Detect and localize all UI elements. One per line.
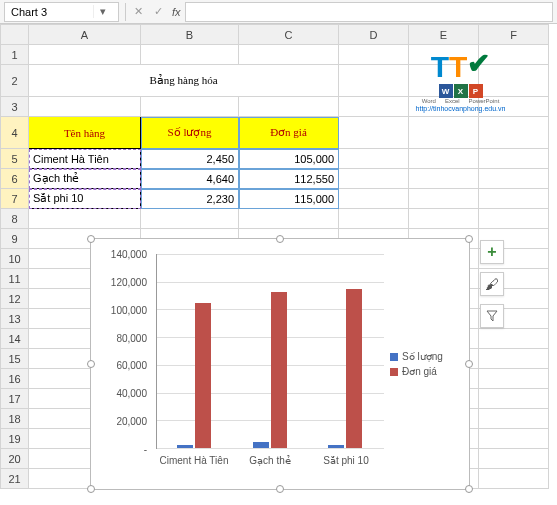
col-header[interactable]: F bbox=[479, 25, 549, 45]
name-box[interactable]: ▾ bbox=[4, 2, 119, 22]
select-all-corner[interactable] bbox=[1, 25, 29, 45]
funnel-icon bbox=[486, 310, 498, 322]
legend-label: Số lượng bbox=[402, 351, 443, 362]
name-box-dropdown-icon[interactable]: ▾ bbox=[93, 5, 111, 18]
row-header[interactable]: 8 bbox=[1, 209, 29, 229]
cell-name[interactable]: Ciment Hà Tiên bbox=[29, 149, 141, 169]
row-header[interactable]: 4 bbox=[1, 117, 29, 149]
row-header[interactable]: 7 bbox=[1, 189, 29, 209]
row-header[interactable]: 9 bbox=[1, 229, 29, 249]
bar[interactable] bbox=[253, 442, 269, 448]
cell-name[interactable]: Gạch thẻ bbox=[29, 169, 141, 189]
row-header[interactable]: 20 bbox=[1, 449, 29, 469]
x-tick-label: Sắt phi 10 bbox=[308, 451, 384, 479]
resize-handle[interactable] bbox=[87, 360, 95, 368]
embedded-chart[interactable]: -20,00040,00060,00080,000100,000120,0001… bbox=[90, 238, 470, 490]
row-header[interactable]: 15 bbox=[1, 349, 29, 369]
plot bbox=[156, 254, 384, 449]
row-header[interactable]: 12 bbox=[1, 289, 29, 309]
resize-handle[interactable] bbox=[465, 235, 473, 243]
legend-swatch bbox=[390, 353, 398, 361]
cell-price[interactable]: 105,000 bbox=[239, 149, 339, 169]
row-header[interactable]: 14 bbox=[1, 329, 29, 349]
formula-bar: ▾ ✕ ✓ fx bbox=[0, 0, 557, 24]
row-header[interactable]: 13 bbox=[1, 309, 29, 329]
bar[interactable] bbox=[195, 303, 211, 449]
plot-area[interactable]: -20,00040,00060,00080,000100,000120,0001… bbox=[101, 249, 384, 479]
row-header[interactable]: 17 bbox=[1, 389, 29, 409]
table-header[interactable]: Tên hàng bbox=[29, 117, 141, 149]
chart-filters-button[interactable] bbox=[480, 304, 504, 328]
legend-swatch bbox=[390, 368, 398, 376]
name-box-input[interactable] bbox=[5, 6, 93, 18]
chart-elements-button[interactable]: + bbox=[480, 240, 504, 264]
legend-item: Số lượng bbox=[390, 351, 459, 362]
resize-handle[interactable] bbox=[87, 485, 95, 493]
col-header[interactable]: A bbox=[29, 25, 141, 45]
legend-item: Đơn giá bbox=[390, 366, 459, 377]
cell-qty[interactable]: 4,640 bbox=[141, 169, 239, 189]
chart-styles-button[interactable]: 🖌 bbox=[480, 272, 504, 296]
enter-icon: ✓ bbox=[148, 5, 168, 18]
bar[interactable] bbox=[271, 292, 287, 448]
row-header[interactable]: 5 bbox=[1, 149, 29, 169]
resize-handle[interactable] bbox=[276, 485, 284, 493]
bar[interactable] bbox=[328, 445, 344, 448]
row-header[interactable]: 3 bbox=[1, 97, 29, 117]
col-header[interactable]: D bbox=[339, 25, 409, 45]
chart-tools: + 🖌 bbox=[480, 240, 504, 328]
row-header[interactable]: 18 bbox=[1, 409, 29, 429]
col-header[interactable]: E bbox=[409, 25, 479, 45]
bar[interactable] bbox=[346, 289, 362, 448]
bar[interactable] bbox=[177, 445, 193, 448]
cell-price[interactable]: 115,000 bbox=[239, 189, 339, 209]
x-axis-labels: Ciment Hà TiênGạch thẻSắt phi 10 bbox=[156, 451, 384, 479]
resize-handle[interactable] bbox=[465, 360, 473, 368]
formula-input[interactable] bbox=[185, 2, 553, 22]
cell-qty[interactable]: 2,230 bbox=[141, 189, 239, 209]
cancel-icon: ✕ bbox=[128, 5, 148, 18]
row-header[interactable]: 21 bbox=[1, 469, 29, 489]
chart-legend[interactable]: Số lượng Đơn giá bbox=[384, 249, 459, 479]
x-tick-label: Gạch thẻ bbox=[232, 451, 308, 479]
cell-price[interactable]: 112,550 bbox=[239, 169, 339, 189]
x-tick-label: Ciment Hà Tiên bbox=[156, 451, 232, 479]
resize-handle[interactable] bbox=[465, 485, 473, 493]
row-header[interactable]: 6 bbox=[1, 169, 29, 189]
row-header[interactable]: 19 bbox=[1, 429, 29, 449]
resize-handle[interactable] bbox=[87, 235, 95, 243]
col-header[interactable]: C bbox=[239, 25, 339, 45]
y-axis: -20,00040,00060,00080,000100,000120,0001… bbox=[101, 249, 151, 449]
table-header[interactable]: Số lượng bbox=[141, 117, 239, 149]
col-header[interactable]: B bbox=[141, 25, 239, 45]
row-header[interactable]: 2 bbox=[1, 65, 29, 97]
sheet-title[interactable]: Bảng hàng hóa bbox=[29, 65, 339, 97]
row-header[interactable]: 11 bbox=[1, 269, 29, 289]
row-header[interactable]: 16 bbox=[1, 369, 29, 389]
table-header[interactable]: Đơn giá bbox=[239, 117, 339, 149]
resize-handle[interactable] bbox=[276, 235, 284, 243]
legend-label: Đơn giá bbox=[402, 366, 437, 377]
cell-qty[interactable]: 2,450 bbox=[141, 149, 239, 169]
row-header[interactable]: 10 bbox=[1, 249, 29, 269]
row-header[interactable]: 1 bbox=[1, 45, 29, 65]
fx-icon[interactable]: fx bbox=[168, 6, 185, 18]
cell-name[interactable]: Sắt phi 10 bbox=[29, 189, 141, 209]
